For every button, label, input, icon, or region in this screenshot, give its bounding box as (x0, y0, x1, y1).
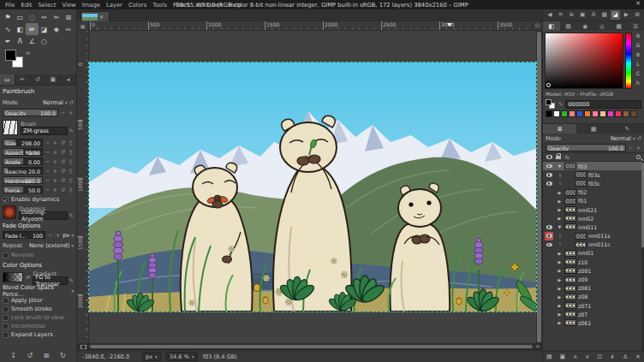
component-button[interactable]: G (634, 42, 642, 51)
option-checkbox-row[interactable]: Apply Jitter (3, 296, 74, 305)
menu-view[interactable]: View (60, 2, 79, 9)
option-checkbox-row[interactable]: Lock brush to view (3, 313, 74, 322)
tab-channels[interactable]: ▦ (576, 124, 610, 134)
slider-plus-icon[interactable]: + (52, 158, 58, 165)
brush-edit-icon[interactable]: ✎ (69, 128, 74, 134)
gradient-reverse-icon[interactable]: ⇄ (26, 274, 30, 281)
horizontal-ruler[interactable]: 0500100015002000250030003500 (89, 21, 532, 30)
lower-layer-button[interactable]: ∨ (585, 353, 589, 360)
dynamics-edit-icon[interactable]: ✎ (69, 212, 74, 219)
layer-row[interactable]: └ f03c (543, 179, 644, 187)
dynamics-name[interactable]: coloring-Aryeom (19, 211, 68, 220)
fx-icon[interactable]: fx (564, 154, 569, 160)
tool-option-slider[interactable]: Hardness 100.0 (3, 176, 43, 184)
chevron-left-icon[interactable]: ◀ (545, 10, 555, 20)
layer-visibility-toggle[interactable] (545, 293, 553, 301)
layer-opacity-plus-icon[interactable]: + (635, 145, 641, 151)
layer-visibility-toggle[interactable] (545, 179, 553, 187)
eraser-tool-icon[interactable]: ◪ (39, 23, 51, 35)
canvas-horizontal-scrollbar[interactable] (89, 343, 534, 350)
tab-patterns-icon[interactable]: ▩ (599, 10, 610, 20)
opacity-plus-icon[interactable]: + (68, 110, 74, 116)
tab-paths[interactable]: ✎ (611, 124, 644, 134)
rectangle-select-tool-icon[interactable]: ▭ (14, 11, 26, 23)
tab-device-status[interactable]: ✏ (15, 74, 31, 85)
delete-layer-button[interactable]: ✕ (635, 353, 641, 360)
layer-expander-icon[interactable]: ▶ (557, 286, 563, 291)
tab-fonts-icon[interactable]: A (588, 10, 599, 20)
layer-row[interactable]: ▶ nm01 (543, 249, 644, 258)
layer-expander-icon[interactable]: ▼ (557, 163, 563, 169)
ink-tool-icon[interactable]: ✒ (2, 35, 14, 47)
layer-expander-icon[interactable]: ▶ (557, 312, 563, 317)
tab-cmyk[interactable]: ▤ (560, 21, 577, 31)
component-button[interactable]: B (634, 51, 642, 61)
tool-option-slider[interactable]: Spacing 20.0 (3, 167, 43, 175)
tab-watercolor[interactable]: ◉ (576, 21, 593, 31)
duplicate-layer-button[interactable]: ⊡ (597, 353, 602, 360)
color-history-swatch[interactable] (607, 110, 614, 117)
layer-row[interactable]: ▶ nm021 (543, 205, 644, 214)
slider-minus-icon[interactable]: − (45, 177, 51, 184)
layer-mode-dropdown-icon[interactable]: ▾ (633, 136, 635, 141)
layer-row[interactable]: ├ nm011s (543, 232, 644, 240)
reverse-checkbox[interactable] (3, 252, 9, 258)
fade-plus-icon[interactable]: + (55, 232, 61, 239)
menu-layer[interactable]: Layer (104, 2, 125, 9)
menu-image[interactable]: Image (80, 2, 103, 9)
layer-visibility-toggle[interactable] (545, 223, 553, 231)
slider-reset-icon[interactable]: ↺ (60, 177, 66, 184)
layer-row[interactable]: ▶ z08 (543, 293, 644, 301)
fade-minus-icon[interactable]: − (47, 232, 53, 239)
layer-row[interactable]: ▶ z09 (543, 275, 644, 283)
layer-expander-icon[interactable]: ▼ (557, 224, 563, 229)
layer-visibility-toggle[interactable] (545, 240, 553, 249)
restore-tool-preset-button[interactable]: ↺ (27, 352, 33, 359)
tab-layers[interactable]: ≣ (543, 124, 576, 134)
layer-expander-icon[interactable]: ▶ (557, 277, 563, 282)
slider-plus-icon[interactable]: + (52, 139, 58, 146)
reset-tool-options-button[interactable]: ↻ (60, 352, 66, 359)
slider-plus-icon[interactable]: + (52, 149, 58, 156)
crop-tool-icon[interactable]: ✂ (51, 11, 63, 23)
tool-option-slider[interactable]: Force 50.0 (3, 186, 43, 193)
menu-windows[interactable]: Windows (194, 2, 224, 9)
save-tool-preset-button[interactable]: ↧ (10, 352, 16, 359)
delete-tool-preset-button[interactable]: ⊠ (44, 352, 50, 359)
menu-edit[interactable]: Edit (18, 2, 34, 9)
layer-expander-icon[interactable]: ▶ (557, 251, 563, 256)
slider-reset-icon[interactable]: ↺ (60, 139, 66, 146)
tab-tool-options[interactable]: ▭ (0, 74, 15, 85)
layer-visibility-toggle[interactable] (545, 232, 553, 240)
opacity-minus-icon[interactable]: − (60, 110, 66, 116)
layer-row[interactable]: ▶ z081 (543, 284, 644, 293)
anchor-layer-button[interactable]: ⚓ (623, 353, 628, 360)
opacity-slider[interactable]: Opacity 100.0 (3, 109, 58, 116)
slider-minus-icon[interactable]: − (45, 139, 51, 146)
mini-fg-bg-swatch[interactable] (546, 99, 556, 109)
fade-length-slider[interactable]: Fade l… 100 (3, 231, 45, 239)
layer-row[interactable]: ▶ z071 (543, 301, 644, 310)
smudge-tool-icon[interactable]: ∾ (63, 23, 75, 35)
tab-gimp-selector[interactable]: ◧ (543, 21, 560, 31)
layer-row[interactable]: ▼ nm011 (543, 223, 644, 231)
component-button[interactable]: h (634, 80, 642, 89)
option-checkbox[interactable] (3, 306, 9, 312)
bucket-fill-tool-icon[interactable]: ◧ (14, 23, 26, 35)
canvas-vertical-scrollbar[interactable] (536, 31, 542, 343)
slider-tag-icon[interactable]: ▯ (68, 187, 74, 193)
brush-name[interactable]: ZM-grass (21, 127, 68, 135)
layer-expander-icon[interactable]: ▶ (557, 320, 563, 325)
menu-select[interactable]: Select (36, 2, 59, 9)
layer-row[interactable]: ▶ nm02 (543, 214, 644, 223)
new-group-button[interactable]: ▣ (560, 353, 566, 360)
layer-row[interactable]: ▶ f02 (543, 188, 644, 197)
slider-minus-icon[interactable]: − (45, 168, 51, 175)
menu-colors[interactable]: Colors (126, 2, 149, 9)
layer-row[interactable]: ▶ z061 (543, 318, 644, 327)
component-button[interactable]: L (634, 61, 642, 70)
unit-select[interactable]: px▾ (142, 352, 161, 361)
option-checkbox[interactable] (3, 298, 9, 304)
slider-reset-icon[interactable]: ↺ (60, 149, 66, 156)
saturation-value-square[interactable] (545, 33, 623, 89)
